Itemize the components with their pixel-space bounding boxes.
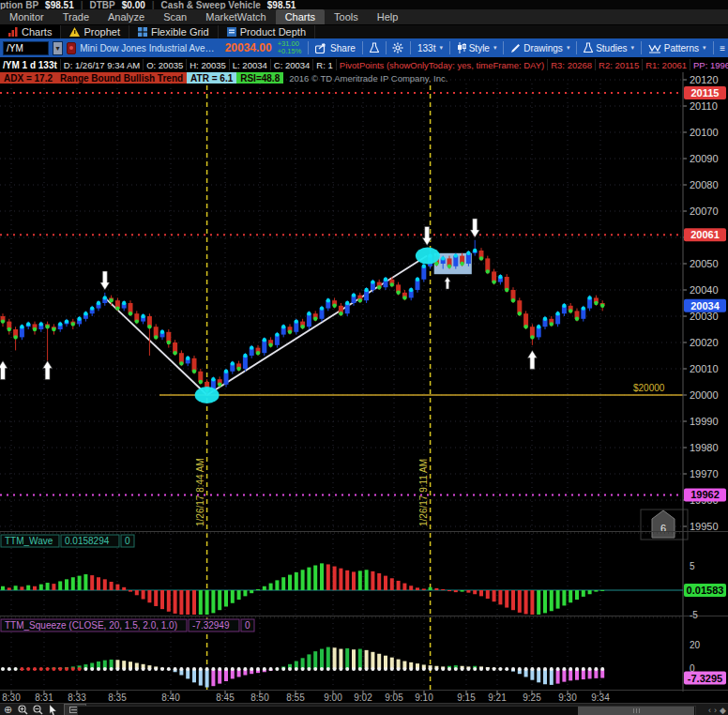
style-button[interactable]: Style▾ — [457, 42, 497, 53]
pivot-r1: R1: 20061 — [643, 59, 690, 70]
chart-header: /YM 1 d 133t D: 1/26/17 9:34 AM O: 20035… — [0, 57, 728, 72]
drawing-set-badge-label: 6 — [660, 523, 666, 534]
cash-sweep-label: Cash & Sweep Vehicle — [161, 0, 261, 9]
svg-text:20110: 20110 — [690, 100, 718, 112]
crosshair-tool-icon[interactable]: ⊕ — [2, 705, 14, 715]
candles — [1, 240, 605, 395]
depth-icon — [227, 27, 236, 37]
settings-button[interactable] — [392, 42, 403, 53]
symbol-description: Mini Dow Jones Industrial Average Future… — [80, 43, 217, 53]
svg-text:19980: 19980 — [690, 442, 719, 453]
tab-flexible-grid[interactable]: Flexible Grid — [129, 25, 219, 38]
chart-scrollbar[interactable] — [77, 706, 696, 715]
scrollbar-thumb[interactable] — [578, 707, 694, 715]
svg-text:9:10: 9:10 — [415, 692, 433, 703]
menu-charts[interactable]: Charts — [276, 9, 325, 24]
chart-bottom-toolbar: ⊕ ‹ › ◆ — [0, 703, 728, 715]
menu-marketwatch[interactable]: MarketWatch — [196, 9, 275, 24]
svg-text:20050: 20050 — [690, 258, 719, 269]
fit-button[interactable]: ◆ — [720, 706, 726, 715]
vertical-time-line-label: 1/26/17 9:11 AM — [418, 459, 429, 526]
signal-ellipse[interactable] — [195, 387, 220, 403]
svg-text:8:50: 8:50 — [250, 692, 269, 703]
timeframe-button[interactable]: 133t▾ — [417, 43, 443, 53]
trend-line[interactable] — [207, 256, 428, 395]
svg-text:20061: 20061 — [690, 229, 720, 240]
svg-text:9:30: 9:30 — [558, 692, 577, 703]
option-bp-value: $98.51 — [45, 0, 74, 9]
scroll-left-button[interactable]: ‹ — [708, 706, 711, 715]
chart-title: /YM 1 d 133t — [0, 59, 61, 70]
pivot-study-label[interactable]: PivotPoints (showOnlyToday: yes, timeFra… — [337, 59, 548, 70]
copyright-text: 2016 © TD Ameritrade IP Company, Inc. — [289, 73, 447, 84]
menu-scan[interactable]: Scan — [154, 9, 196, 24]
more-menu-button[interactable]: ≡ — [720, 43, 725, 53]
svg-text:8:31: 8:31 — [35, 692, 53, 703]
tab-charts[interactable]: Charts — [0, 25, 61, 38]
atr-banner: ATR = 6.1 — [187, 72, 236, 84]
svg-text:8:30: 8:30 — [2, 692, 21, 703]
cursor-tool-icon[interactable] — [47, 705, 59, 715]
chart-subtabs: Charts Prophet Flexible Grid Product Dep… — [0, 25, 728, 38]
bar-open: O: 20035 — [144, 59, 187, 70]
svg-text:20010: 20010 — [690, 363, 719, 374]
dtbp-label: DTBP — [90, 0, 115, 9]
svg-text:20120: 20120 — [690, 74, 719, 85]
chart-canvas[interactable]: 2012020110201002009020080200702006020050… — [0, 72, 728, 703]
grid-icon — [138, 27, 147, 37]
symbol-input[interactable]: /YM — [3, 41, 49, 55]
gear-icon — [392, 42, 403, 53]
ttm-squeeze-histogram — [1, 647, 604, 688]
svg-text:9:34: 9:34 — [591, 692, 610, 703]
dtbp-value: $0.00 — [122, 0, 145, 9]
svg-text:5: 5 — [690, 561, 695, 571]
scroll-right-button[interactable]: › — [714, 706, 717, 715]
trend-line[interactable] — [105, 297, 207, 395]
menu-tools[interactable]: Tools — [325, 9, 368, 24]
chart-area: ADX = 17.2 Range Bound Bullish Trend ATR… — [0, 72, 728, 703]
svg-text:9:00: 9:00 — [324, 692, 342, 703]
tab-product-depth[interactable]: Product Depth — [219, 25, 315, 38]
down-signal-arrow — [470, 219, 479, 237]
zoom-out-icon[interactable] — [32, 705, 44, 715]
signal-ellipse[interactable] — [416, 248, 440, 265]
link-status-icon[interactable] — [67, 42, 76, 54]
svg-text:0: 0 — [245, 620, 250, 631]
svg-text:TTM_Wave: TTM_Wave — [5, 536, 53, 546]
svg-text:9:25: 9:25 — [523, 692, 541, 703]
share-button[interactable]: Share — [315, 43, 356, 53]
svg-text:20100: 20100 — [690, 127, 719, 138]
svg-text:9:21: 9:21 — [488, 692, 507, 703]
symbol-toolbar: /YM ▾ Mini Dow Jones Industrial Average … — [0, 38, 728, 57]
svg-text:19970: 19970 — [690, 468, 719, 479]
prophet-warning-icon — [69, 27, 80, 37]
svg-text:19990: 19990 — [690, 416, 719, 427]
patterns-button[interactable]: Patterns▾ — [648, 43, 706, 53]
svg-text:9:15: 9:15 — [457, 692, 476, 703]
menu-analyze[interactable]: Analyze — [99, 9, 154, 24]
up-signal-arrow — [445, 277, 451, 289]
menu-help[interactable]: Help — [368, 9, 408, 24]
option-bp-label: ption BP — [0, 0, 38, 9]
share-icon — [315, 43, 327, 53]
drawings-button[interactable]: Drawings▾ — [510, 43, 569, 53]
patterns-icon — [648, 43, 661, 53]
tab-prophet[interactable]: Prophet — [61, 25, 129, 38]
svg-text:19950: 19950 — [690, 521, 719, 532]
rsi-banner: RSI=48.8 — [236, 72, 283, 84]
menu-trade[interactable]: Trade — [53, 9, 99, 24]
studies-button[interactable]: Studies▾ — [584, 42, 634, 53]
zoom-in-icon[interactable] — [17, 705, 29, 715]
symbol-dropdown-caret[interactable]: ▾ — [53, 41, 63, 55]
bar-close: C: 20034 — [271, 59, 314, 70]
svg-text:8:55: 8:55 — [286, 692, 305, 703]
svg-text:0: 0 — [125, 536, 130, 546]
menu-monitor[interactable]: Monitor — [0, 9, 53, 24]
svg-text:-7.3295: -7.3295 — [688, 673, 722, 684]
svg-text:8:40: 8:40 — [161, 692, 180, 703]
ondemand-button[interactable] — [370, 42, 379, 53]
trend-banner: Range Bound Bullish Trend — [56, 72, 187, 84]
candlestick-icon — [457, 42, 466, 53]
cash-sweep-value: $98.51 — [267, 0, 296, 9]
svg-text:20070: 20070 — [690, 205, 719, 217]
